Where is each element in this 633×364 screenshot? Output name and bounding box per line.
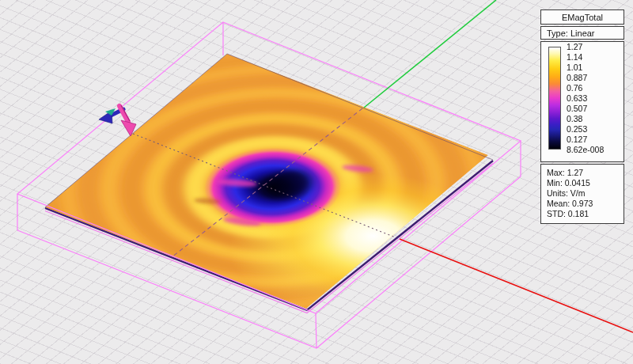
field-legend[interactable]: EMagTotal Type: Linear 1.27 1.14 1.01 0.… [540, 9, 624, 226]
legend-scale-value: 0.76 [567, 83, 604, 93]
legend-colorbar [548, 47, 561, 150]
legend-stats-line: Units: V/m [547, 188, 620, 199]
legend-scale-value: 0.38 [567, 114, 604, 124]
legend-scale-labels: 1.27 1.14 1.01 0.887 0.76 0.633 0.507 0.… [567, 42, 604, 155]
scene-canvas[interactable] [0, 0, 633, 364]
legend-stats-line: STD: 0.181 [547, 209, 620, 219]
legend-scale-value: 0.507 [567, 104, 604, 114]
legend-scale-box: 1.27 1.14 1.01 0.887 0.76 0.633 0.507 0.… [540, 41, 624, 162]
legend-scale-value: 1.27 [567, 42, 604, 52]
legend-scale-value: 1.14 [567, 52, 604, 63]
legend-scale-value: 0.887 [567, 73, 604, 83]
field-plot-plane [0, 9, 597, 364]
legend-stats-line: Mean: 0.973 [547, 199, 620, 209]
legend-stats-line: Max: 1.27 [547, 168, 620, 178]
x-axis-line [400, 239, 633, 332]
legend-stats-box: Max: 1.27 Min: 0.0415 Units: V/m Mean: 0… [540, 164, 624, 224]
excitation-arrow-magenta [119, 105, 136, 136]
legend-scale-value: 0.127 [567, 135, 604, 145]
legend-scale-value: 1.01 [567, 63, 604, 73]
legend-title: EMagTotal [540, 9, 624, 25]
legend-scale-value: 0.253 [567, 124, 604, 135]
y-axis-line [364, 0, 496, 108]
legend-scale-value: 8.62e-008 [567, 145, 604, 155]
legend-type: Type: Linear [540, 26, 624, 40]
legend-scale-value: 0.633 [567, 93, 604, 104]
viewport-3d[interactable]: EMagTotal Type: Linear 1.27 1.14 1.01 0.… [0, 0, 633, 364]
legend-stats-line: Min: 0.0415 [547, 178, 620, 188]
